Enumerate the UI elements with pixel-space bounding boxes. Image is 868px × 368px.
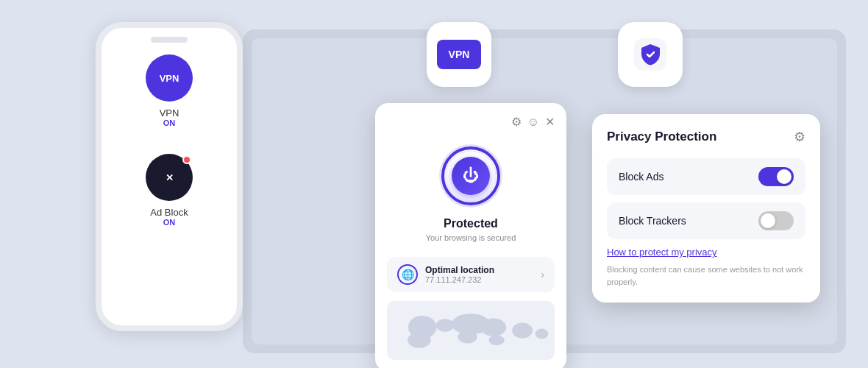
phone-mockup: VPN VPN ON ✕ Ad Block ON <box>96 22 243 331</box>
vpn-location-name: Optimal location <box>425 265 494 275</box>
vpn-power-area: ⏻ Protected Your browsing is secured <box>387 135 555 257</box>
privacy-header: Privacy Protection ⚙ <box>607 129 805 145</box>
toggle-thumb-ads <box>777 169 791 184</box>
block-trackers-label: Block Trackers <box>619 215 686 227</box>
block-ads-toggle[interactable] <box>758 167 794 186</box>
vpn-status-label: Protected <box>444 217 498 230</box>
block-ads-row[interactable]: Block Ads <box>607 158 805 195</box>
vpn-power-ring[interactable]: ⏻ <box>441 146 500 205</box>
shield-float-icon[interactable] <box>618 22 683 87</box>
adblock-badge <box>182 155 191 164</box>
phone-vpn-icon[interactable]: VPN <box>146 54 193 102</box>
vpn-location-row[interactable]: 🌐 Optimal location 77.111.247.232 › <box>387 257 555 292</box>
vpn-float-icon[interactable]: VPN <box>427 22 491 87</box>
phone-adblock-status: ON <box>163 218 176 227</box>
settings-icon[interactable]: ⚙ <box>511 115 522 129</box>
svg-point-8 <box>436 319 455 332</box>
svg-point-5 <box>480 318 506 336</box>
phone-vpn-item[interactable]: VPN VPN ON <box>146 54 193 127</box>
vpn-location-info: Optimal location 77.111.247.232 <box>425 265 494 284</box>
phone-vpn-label: VPN <box>160 107 179 118</box>
svg-point-4 <box>458 330 477 344</box>
svg-point-9 <box>536 328 549 339</box>
shield-icon <box>634 38 666 71</box>
svg-point-6 <box>489 335 505 345</box>
privacy-title: Privacy Protection <box>607 130 716 144</box>
vpn-panel-header: ⚙ ☺ ✕ <box>387 115 555 129</box>
close-icon[interactable]: ✕ <box>545 115 555 129</box>
vpn-map <box>387 301 555 360</box>
phone-adblock-icon[interactable]: ✕ <box>146 154 193 201</box>
vpn-badge: VPN <box>437 40 481 69</box>
privacy-panel: Privacy Protection ⚙ Block Ads Block Tra… <box>592 114 820 302</box>
vpn-panel: ⚙ ☺ ✕ ⏻ Protected Your browsing is secur… <box>375 103 566 368</box>
svg-point-2 <box>408 333 431 348</box>
vpn-location-left: 🌐 Optimal location 77.111.247.232 <box>397 264 494 285</box>
phone-vpn-status: ON <box>163 118 176 127</box>
privacy-link[interactable]: How to protect my privacy <box>607 247 805 258</box>
phone-notch <box>151 37 188 43</box>
vpn-location-ip: 77.111.247.232 <box>425 275 494 284</box>
chevron-right-icon: › <box>541 269 544 280</box>
emoji-icon[interactable]: ☺ <box>527 116 539 129</box>
block-trackers-toggle[interactable] <box>758 211 794 230</box>
privacy-settings-icon[interactable]: ⚙ <box>794 129 805 145</box>
block-ads-label: Block Ads <box>619 171 664 183</box>
svg-point-7 <box>512 322 533 338</box>
block-trackers-row[interactable]: Block Trackers <box>607 202 805 239</box>
vpn-status-sub: Your browsing is secured <box>426 233 516 242</box>
globe-icon: 🌐 <box>397 264 418 285</box>
toggle-thumb-trackers <box>761 213 775 228</box>
phone-adblock-item[interactable]: ✕ Ad Block ON <box>146 154 193 227</box>
vpn-power-button[interactable]: ⏻ <box>452 157 490 195</box>
power-icon: ⏻ <box>463 168 479 184</box>
privacy-note: Blocking content can cause some websites… <box>607 263 805 288</box>
world-map-svg <box>387 305 555 356</box>
phone-adblock-label: Ad Block <box>150 207 188 218</box>
